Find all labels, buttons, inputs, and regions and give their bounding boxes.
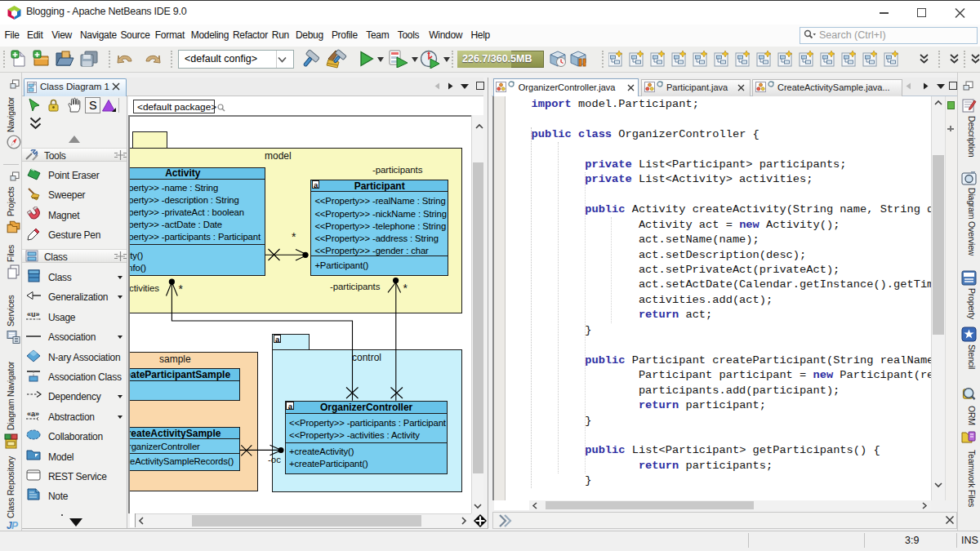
svg-text:«a»: «a» <box>27 410 39 418</box>
svg-text:P: P <box>11 520 19 531</box>
svg-text:«u»: «u» <box>27 310 40 318</box>
